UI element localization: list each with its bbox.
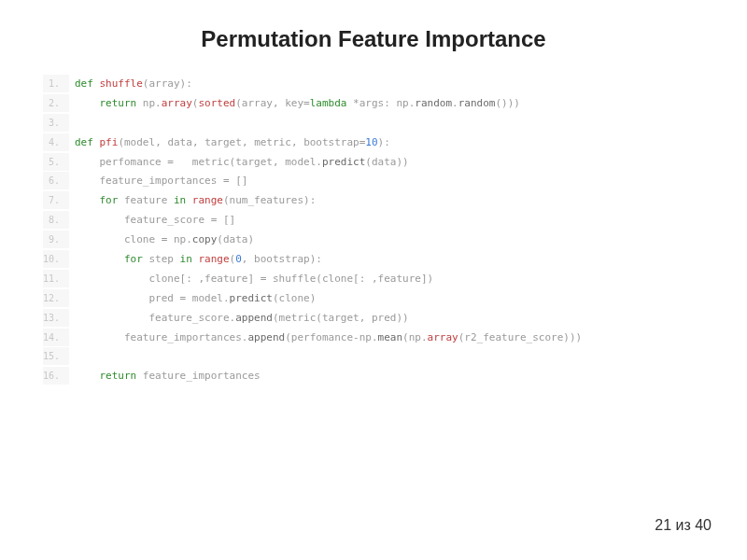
code-line: 13. feature_score.append(metric(target, …: [43, 309, 704, 329]
code-content: feature_score = []: [69, 211, 235, 231]
line-number: 2.: [43, 94, 69, 112]
line-number: 12.: [43, 289, 69, 307]
code-line: 15.: [43, 347, 704, 367]
line-number: 14.: [43, 329, 69, 346]
code-line: 2. return np.array(sorted(array, key=lam…: [43, 94, 704, 114]
code-line: 5. perfomance = metric(target, model.pre…: [43, 153, 704, 173]
code-content: feature_importances = []: [69, 172, 247, 191]
code-line: 8. feature_score = []: [43, 211, 704, 231]
code-line: 12. pred = model.predict(clone): [43, 289, 704, 309]
line-number: 15.: [43, 347, 69, 365]
code-content: return feature_importances: [69, 367, 261, 386]
line-number: 7.: [43, 191, 69, 209]
code-line: 14. feature_importances.append(perfomanc…: [43, 329, 704, 348]
line-number: 8.: [43, 211, 69, 229]
code-line: 1.def shuffle(array):: [43, 75, 704, 94]
code-line: 10. for step in range(0, bootstrap):: [43, 250, 704, 270]
code-content: def shuffle(array):: [69, 75, 192, 94]
code-content: feature_score.append(metric(target, pred…: [69, 309, 409, 329]
slide-title: Permutation Feature Importance: [0, 0, 747, 75]
page-indicator: 21 из 40: [655, 517, 712, 534]
line-number: 10.: [43, 250, 69, 268]
line-number: 6.: [43, 172, 69, 189]
code-line: 4.def pfi(model, data, target, metric, b…: [43, 133, 704, 153]
line-number: 1.: [43, 75, 69, 92]
page-current: 21: [655, 517, 671, 533]
line-number: 4.: [43, 133, 69, 151]
code-content: def pfi(model, data, target, metric, boo…: [69, 133, 390, 153]
line-number: 9.: [43, 231, 69, 248]
code-content: clone[: ,feature] = shuffle(clone[: ,fea…: [69, 270, 433, 289]
code-line: 6. feature_importances = []: [43, 172, 704, 191]
code-content: for step in range(0, bootstrap):: [69, 250, 322, 270]
code-content: [69, 347, 81, 367]
page-total: 40: [695, 517, 712, 533]
line-number: 16.: [43, 367, 69, 385]
code-line: 11. clone[: ,feature] = shuffle(clone[: …: [43, 270, 704, 289]
code-line: 9. clone = np.copy(data): [43, 231, 704, 250]
code-content: [69, 114, 81, 133]
page-sep: из: [671, 517, 695, 533]
code-content: perfomance = metric(target, model.predic…: [69, 153, 409, 173]
line-number: 3.: [43, 114, 69, 132]
code-content: for feature in range(num_features):: [69, 191, 316, 211]
code-content: feature_importances.append(perfomance-np…: [69, 329, 582, 348]
code-line: 7. for feature in range(num_features):: [43, 191, 704, 211]
code-content: pred = model.predict(clone): [69, 289, 316, 309]
code-line: 3.: [43, 114, 704, 133]
line-number: 13.: [43, 309, 69, 327]
line-number: 5.: [43, 153, 69, 171]
line-number: 11.: [43, 270, 69, 287]
code-content: return np.array(sorted(array, key=lambda…: [69, 94, 520, 114]
code-block: 1.def shuffle(array):2. return np.array(…: [43, 75, 704, 386]
code-content: clone = np.copy(data): [69, 231, 254, 250]
code-line: 16. return feature_importances: [43, 367, 704, 386]
